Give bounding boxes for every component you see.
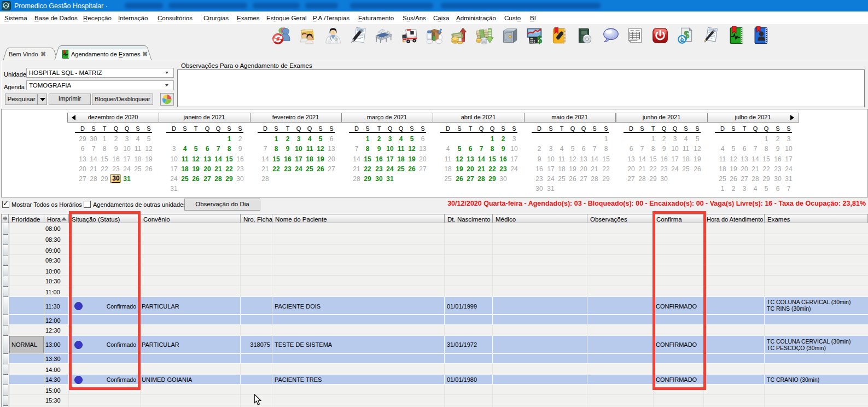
svg-text:e: e: [680, 36, 684, 44]
svg-text:$: $: [537, 34, 542, 45]
svg-text:$: $: [684, 30, 689, 40]
